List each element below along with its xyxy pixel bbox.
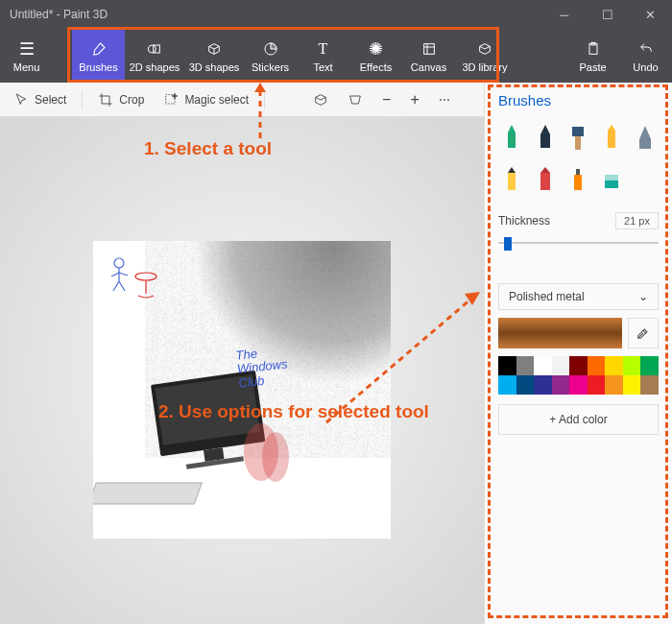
palette-color[interactable] — [623, 375, 641, 395]
ribbon-stickers[interactable]: Stickers — [244, 29, 297, 83]
ribbon-brushes[interactable]: Brushes — [72, 29, 125, 83]
brush-pencil[interactable] — [498, 162, 526, 197]
palette-color[interactable] — [640, 375, 659, 395]
current-color-swatch[interactable] — [498, 318, 622, 348]
svg-point-15 — [135, 273, 156, 280]
ribbon-3d-library[interactable]: 3D library — [455, 29, 515, 83]
thickness-value[interactable]: 21 px — [615, 212, 659, 229]
minus-icon: − — [382, 91, 391, 108]
brush-brush[interactable] — [564, 120, 592, 155]
palette-color[interactable] — [605, 375, 623, 395]
brush-spray[interactable] — [564, 162, 592, 197]
paste-button[interactable]: Paste — [566, 29, 619, 83]
eyedropper-button[interactable] — [628, 318, 659, 348]
canvas[interactable]: TheWindowsClub — [93, 241, 391, 539]
ribbon-2d-shapes[interactable]: 2D shapes — [125, 29, 184, 83]
svg-point-14 — [114, 258, 124, 268]
svg-rect-24 — [574, 175, 582, 190]
brush-marker[interactable] — [498, 120, 526, 155]
workspace[interactable]: TheWindowsClub — [0, 117, 484, 624]
svg-point-0 — [148, 45, 156, 53]
cube-icon — [206, 39, 222, 59]
select-tool[interactable]: Select — [6, 88, 74, 111]
palette-color[interactable] — [552, 356, 570, 375]
palette-color[interactable] — [623, 356, 641, 375]
canvas-icon — [421, 39, 437, 59]
brush-pen[interactable] — [532, 120, 560, 155]
palette-color[interactable] — [534, 356, 552, 375]
add-color-button[interactable]: + Add color — [498, 404, 659, 435]
menu-label: Menu — [13, 61, 40, 73]
minimize-button[interactable]: ─ — [542, 0, 586, 29]
window-title: Untitled* - Paint 3D — [10, 8, 108, 21]
svg-point-18 — [262, 432, 289, 482]
material-select[interactable]: Polished metal ⌄ — [498, 283, 659, 310]
ribbon: ☰ Menu Brushes 2D shapes 3D shapes Stick… — [0, 29, 672, 83]
palette-color[interactable] — [516, 375, 535, 395]
sticker-icon — [263, 39, 278, 59]
maximize-button[interactable]: ☐ — [586, 0, 629, 29]
palette-color[interactable] — [516, 356, 535, 375]
paste-icon — [586, 39, 601, 59]
perspective-icon — [348, 92, 363, 108]
crop-tool[interactable]: Crop — [90, 88, 152, 111]
chevron-down-icon: ⌄ — [638, 290, 648, 303]
thickness-label: Thickness — [498, 214, 550, 228]
close-button[interactable]: ✕ — [629, 0, 672, 29]
box3d-icon — [313, 92, 328, 108]
brush-grid — [498, 120, 659, 197]
side-panel: Brushes Thickness 21 px Polished metal ⌄… — [484, 83, 672, 624]
palette-color[interactable] — [552, 375, 570, 395]
svg-rect-3 — [423, 43, 434, 54]
eyedropper-icon — [636, 325, 651, 341]
zoom-in[interactable]: + — [402, 87, 426, 112]
palette-color[interactable] — [534, 375, 552, 395]
palette-color[interactable] — [605, 356, 623, 375]
palette-color[interactable] — [588, 356, 606, 375]
zoom-out[interactable]: − — [374, 87, 398, 112]
brush-crayon[interactable] — [532, 162, 560, 197]
svg-rect-27 — [605, 175, 618, 180]
view-3d-tool[interactable] — [305, 88, 336, 111]
title-bar: Untitled* - Paint 3D ─ ☐ ✕ — [0, 0, 672, 29]
undo-icon — [638, 39, 654, 59]
sparkle-icon: ✺ — [369, 39, 383, 59]
svg-rect-13 — [93, 483, 202, 504]
ribbon-text[interactable]: T Text — [297, 29, 349, 83]
plus-icon: + — [410, 91, 419, 108]
brush-eraser[interactable] — [631, 120, 659, 155]
svg-rect-25 — [576, 169, 580, 175]
brush-pencil2[interactable] — [598, 120, 626, 155]
panel-title: Brushes — [498, 92, 659, 108]
svg-rect-20 — [572, 127, 584, 136]
magic-icon — [163, 92, 179, 108]
svg-rect-21 — [639, 139, 651, 149]
menu-button[interactable]: ☰ Menu — [0, 29, 53, 83]
text-icon: T — [319, 39, 328, 59]
ribbon-3d-shapes[interactable]: 3D shapes — [184, 29, 244, 83]
ribbon-canvas[interactable]: Canvas — [402, 29, 455, 83]
palette-color[interactable] — [569, 356, 588, 375]
palette-color[interactable] — [498, 375, 516, 395]
palette-color[interactable] — [498, 356, 516, 375]
svg-rect-19 — [575, 136, 581, 150]
view-tool[interactable] — [340, 88, 371, 111]
library-icon — [477, 39, 492, 59]
color-palette — [498, 356, 659, 395]
palette-color[interactable] — [588, 375, 606, 395]
magic-select-tool[interactable]: Magic select — [156, 88, 256, 111]
more-icon: ⋯ — [439, 93, 450, 107]
undo-button[interactable]: Undo — [619, 29, 672, 83]
palette-color[interactable] — [640, 356, 659, 375]
cursor-icon — [13, 92, 29, 108]
thickness-slider[interactable] — [498, 233, 659, 252]
brush-icon — [90, 39, 108, 59]
crop-icon — [98, 92, 113, 108]
menu-icon: ☰ — [19, 39, 35, 59]
more-menu[interactable]: ⋯ — [431, 89, 458, 110]
palette-color[interactable] — [569, 375, 588, 395]
ribbon-effects[interactable]: ✺ Effects — [349, 29, 402, 83]
brush-fill[interactable] — [598, 162, 626, 197]
svg-rect-23 — [540, 173, 550, 190]
square-icon — [147, 39, 162, 59]
